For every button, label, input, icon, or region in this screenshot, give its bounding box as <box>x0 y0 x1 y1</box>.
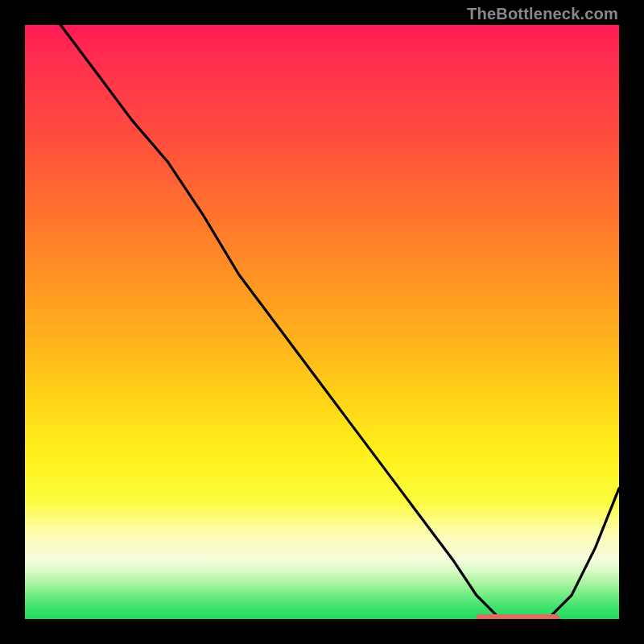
chart-frame: TheBottleneck.com <box>0 0 644 644</box>
watermark-label: TheBottleneck.com <box>467 5 618 23</box>
plot-area <box>25 25 619 619</box>
bottleneck-curve <box>25 25 619 619</box>
optimal-region-marker <box>477 614 559 619</box>
